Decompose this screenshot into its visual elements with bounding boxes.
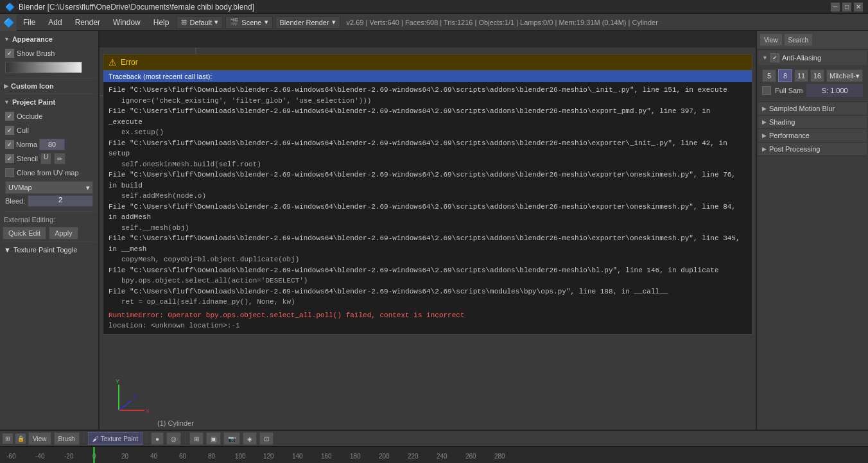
left-sidebar: ▼ Appearance Show Brush ▶ Custom Icon ▼ …	[0, 31, 100, 430]
aa-val-5[interactable]: 5	[762, 69, 776, 82]
toolbar-sep-2	[146, 433, 147, 444]
search-button[interactable]: Search	[784, 33, 813, 46]
aa-triangle-icon: ▼	[762, 55, 768, 61]
aa-val-16[interactable]: 16	[810, 69, 824, 82]
project-paint-arrow-icon: ▼	[4, 99, 10, 105]
sam-value-field[interactable]: S: 1.000	[806, 84, 863, 97]
aa-method-dropdown[interactable]: Mitchell- ▾	[826, 69, 863, 82]
section-appearance[interactable]: ▼ Appearance	[3, 33, 96, 45]
error-line-0: File "C:\Users\fluff\Downloads\blender-2…	[108, 85, 747, 96]
texture-paint-toggle[interactable]: ▼ Texture Paint Toggle	[3, 244, 96, 256]
blender-logo: 🔷	[0, 14, 17, 31]
custom-icon-label: Custom Icon	[11, 82, 54, 90]
performance-section: ▶ Performance	[758, 129, 867, 143]
icon-grid-btn[interactable]: ⊞	[189, 432, 204, 445]
scene-type-widget[interactable]: 🎬 Scene ▾	[225, 16, 272, 29]
bleed-value-field[interactable]: 2	[28, 195, 93, 207]
bottom-toolbar: ⊞ 🔒 View Brush 🖌 Texture Paint ● ◎ ⊞ ▣ 📷…	[0, 430, 868, 446]
render-engine-widget[interactable]: Blender Render ▾	[275, 16, 340, 29]
close-button[interactable]: ✕	[854, 3, 863, 12]
full-sam-checkbox[interactable]	[762, 86, 771, 95]
blender-logo-icon: 🔷	[3, 17, 14, 28]
external-editing-label: External Editing:	[3, 214, 96, 225]
quick-edit-row: Quick Edit Apply	[3, 227, 96, 240]
cylinder-label: (1) Cylinder	[157, 419, 194, 427]
icon-anim-btn[interactable]: ⊡	[259, 432, 273, 445]
uvmap-dropdown[interactable]: UVMap ▾	[5, 181, 93, 194]
cull-checkbox[interactable]	[5, 126, 14, 135]
svg-text:60: 60	[179, 453, 187, 460]
icon-camera-btn[interactable]: 📷	[223, 432, 240, 445]
aa-val-8[interactable]: 8	[778, 69, 792, 82]
sampled-motion-header[interactable]: ▶ Sampled Motion Blur	[758, 102, 867, 115]
circle-btn-2[interactable]: ◎	[166, 432, 181, 445]
shading-header[interactable]: ▶ Shading	[758, 116, 867, 128]
aa-method-chevron-icon: ▾	[856, 72, 860, 80]
svg-text:-40: -40	[35, 453, 45, 460]
performance-triangle-icon: ▶	[762, 132, 767, 139]
anti-aliasing-header[interactable]: ▼ Anti-Aliasing	[758, 51, 867, 65]
brush-toolbar-btn[interactable]: Brush	[54, 432, 80, 445]
menu-item-file[interactable]: File	[17, 14, 42, 30]
toolbar-mode-icon: ⊞	[3, 433, 13, 444]
scene-icon: 🎬	[230, 18, 239, 26]
icon-render-btn[interactable]: ◈	[243, 432, 257, 445]
view-toolbar-btn[interactable]: View	[28, 432, 51, 445]
stencil-checkbox[interactable]	[5, 154, 14, 163]
menu-item-help[interactable]: Help	[147, 14, 176, 30]
traceback-header: Traceback (most recent call last):	[103, 71, 752, 82]
shading-label: Shading	[769, 118, 795, 126]
uvmap-value: UVMap	[8, 184, 32, 191]
svg-text:160: 160	[321, 453, 332, 460]
error-header: ⚠ Error	[103, 55, 752, 71]
bleed-row: Bleed: 2	[5, 195, 93, 207]
view-button[interactable]: View	[759, 33, 783, 46]
aa-checkbox[interactable]	[770, 53, 779, 62]
stencil-value-btn[interactable]: U	[40, 153, 51, 164]
svg-text:-20: -20	[64, 453, 74, 460]
chevron-down-icon: ▾	[214, 18, 218, 26]
occlude-checkbox[interactable]	[5, 112, 14, 121]
show-brush-checkbox[interactable]	[5, 49, 14, 58]
minimize-button[interactable]: ─	[831, 3, 840, 12]
icon-paint-btn[interactable]: ▣	[206, 432, 221, 445]
texture-paint-icon: 🖌	[92, 435, 99, 442]
error-line-7: self.addMesh(node.o)	[108, 191, 747, 202]
svg-text:260: 260	[465, 453, 476, 460]
texture-paint-toolbar-btn[interactable]: 🖌 Texture Paint	[88, 432, 143, 445]
quick-edit-button[interactable]: Quick Edit	[3, 227, 46, 240]
norma-value-field[interactable]: 80	[39, 139, 65, 150]
section-project-paint[interactable]: ▼ Project Paint	[3, 96, 96, 108]
svg-text:120: 120	[263, 453, 274, 460]
svg-text:220: 220	[408, 453, 419, 460]
project-paint-content: Occlude Cull Norma 80 Stencil U ✏ Clone …	[3, 108, 96, 209]
menu-item-add[interactable]: Add	[42, 14, 68, 30]
timeline-ruler[interactable]: -60 -40 -20 0 20 40 60 80 100 120 140 16…	[0, 447, 868, 463]
stencil-icon-button[interactable]: ✏	[54, 153, 65, 164]
menu-bar-left: 🔷 File Add Render Window Help ⊞ Default …	[0, 14, 342, 30]
editor-type-widget[interactable]: ⊞ Default ▾	[177, 16, 223, 29]
post-processing-header[interactable]: ▶ Post Processing	[758, 143, 867, 155]
apply-button[interactable]: Apply	[49, 227, 78, 240]
svg-text:140: 140	[292, 453, 303, 460]
stencil-label: Stencil	[17, 155, 38, 162]
menu-item-render[interactable]: Render	[69, 14, 107, 30]
clone-checkbox[interactable]	[5, 168, 14, 177]
performance-header[interactable]: ▶ Performance	[758, 129, 867, 142]
norma-checkbox[interactable]	[5, 140, 14, 149]
circle-btn-1[interactable]: ●	[151, 432, 164, 445]
title-bar: 🔷 Blender [C:\Users\fluff\OneDrive\Docum…	[0, 0, 868, 14]
section-custom-icon[interactable]: ▶ Custom Icon	[3, 80, 96, 92]
aa-val-11[interactable]: 11	[794, 69, 808, 82]
cull-row: Cull	[5, 123, 93, 137]
performance-label: Performance	[769, 132, 810, 139]
maximize-button[interactable]: □	[842, 3, 851, 12]
appearance-arrow-icon: ▼	[4, 36, 10, 42]
show-brush-row: Show Brush	[5, 46, 93, 60]
svg-text:X: X	[146, 408, 150, 414]
brush-color-swatch[interactable]	[5, 62, 82, 73]
menu-item-window[interactable]: Window	[107, 14, 147, 30]
svg-text:20: 20	[121, 453, 129, 460]
error-body: File "C:\Users\fluff\Downloads\blender-2…	[103, 82, 752, 334]
toolbar-sep-1	[83, 433, 84, 444]
